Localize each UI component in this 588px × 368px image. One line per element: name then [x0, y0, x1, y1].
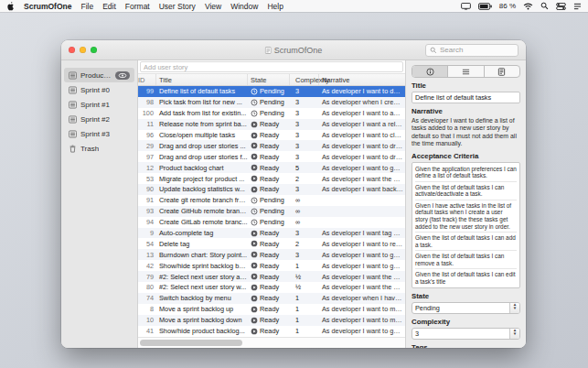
tab-info[interactable]	[412, 66, 448, 77]
cell-complexity: 3	[290, 153, 319, 161]
table-row-93[interactable]: 93Create GitHub remote branc...Pending∞	[138, 206, 405, 217]
cell-state: Ready	[248, 142, 290, 150]
cell-id: 100	[138, 109, 156, 117]
cell-title: Auto-complete tag	[156, 229, 248, 237]
table-row-100[interactable]: 100Add task from list for existin...Pend…	[138, 108, 405, 119]
table-row-53[interactable]: 53Migrate project for product ...Ready2A…	[138, 173, 405, 184]
table-row-9[interactable]: 9Auto-complete tagReady3As developer I w…	[138, 228, 405, 239]
cell-state: Ready	[248, 327, 290, 335]
cell-complexity: ½	[290, 283, 319, 291]
menu-item-format[interactable]: Format	[125, 2, 150, 11]
add-user-story-input[interactable]: Add user story	[140, 61, 403, 72]
title-bar[interactable]: ScrumOfOne Search	[61, 40, 526, 60]
cell-narrative: As developer I want to remove a tag not …	[319, 240, 405, 248]
cell-complexity: 2	[290, 240, 319, 248]
sidebar-item-sprint-3[interactable]: Sprint #3	[64, 126, 134, 141]
cell-narrative: As developer I want the next user story …	[319, 283, 405, 291]
state-pending-icon	[251, 88, 258, 95]
menu-item-window[interactable]: Window	[230, 2, 258, 11]
menu-item-help[interactable]: Help	[267, 2, 283, 11]
tab-criteria[interactable]	[448, 66, 484, 77]
table-row-12[interactable]: 12Product backlog chartReady5As develope…	[138, 162, 405, 173]
table-row-91[interactable]: 91Create git remote branch fro...Pending…	[138, 195, 405, 206]
cell-state: Ready	[248, 251, 290, 259]
state-pending-icon	[251, 197, 258, 204]
sidebar-item-trash[interactable]: Trash	[64, 141, 134, 156]
table-row-8[interactable]: 8Move a sprint backlog upReady1As develo…	[138, 304, 405, 315]
zoom-window-button[interactable]	[91, 47, 97, 53]
acceptance-criteria-item[interactable]: Given the list of default tasks I can re…	[415, 251, 517, 269]
table-row-13[interactable]: 13Burndown chart: Story point...Ready3As…	[138, 249, 405, 260]
table-row-41[interactable]: 41Show/hide product backlog...Ready1As d…	[138, 326, 405, 337]
table-row-11[interactable]: 11Release note from sprint ba...Ready3As…	[138, 119, 405, 130]
cell-title: Create GitHub remote branc...	[156, 207, 248, 215]
menu-app-name[interactable]: ScrumOfOne	[24, 2, 71, 11]
close-window-button[interactable]	[69, 47, 75, 53]
table-row-99[interactable]: 99Define list of default tasksPending3As…	[138, 86, 405, 97]
table-row-79[interactable]: 79#2: Select next user story an...Ready½…	[138, 271, 405, 282]
battery-icon[interactable]	[478, 3, 492, 10]
menu-bar: ScrumOfOne FileEditFormatUser StoryViewW…	[0, 0, 588, 12]
table-row-74[interactable]: 74Switch backlog by menuReady1As develop…	[138, 293, 405, 304]
cell-narrative: As developer I want to drag and drop use…	[319, 153, 405, 161]
cell-state: Ready	[248, 120, 290, 128]
table-row-80[interactable]: 80#2: Select next user story w...Ready½A…	[138, 282, 405, 293]
cell-id: 29	[138, 142, 156, 150]
display-icon[interactable]	[461, 3, 471, 10]
sidebar-item-sprint-1[interactable]: Sprint #1	[64, 97, 134, 112]
cell-id: 97	[138, 153, 156, 161]
column-header-narrative[interactable]: Narrative	[319, 74, 405, 85]
minimize-window-button[interactable]	[80, 47, 86, 53]
menu-item-file[interactable]: File	[80, 2, 93, 11]
table-row-54[interactable]: 54Delete tagReady2As developer I want to…	[138, 238, 405, 249]
cell-state: Ready	[248, 283, 290, 291]
state-ready-icon	[251, 251, 258, 258]
scrollbar-thumb[interactable]	[140, 340, 242, 346]
title-field[interactable]: Define list of default tasks	[412, 92, 520, 103]
search-field[interactable]: Search	[425, 44, 519, 57]
menu-item-view[interactable]: View	[205, 2, 221, 11]
acceptance-criteria-item[interactable]: Given the list of default tasks I can ed…	[415, 269, 517, 287]
eye-badge[interactable]	[115, 71, 130, 80]
table-row-94[interactable]: 94Create GitLab remote branc...Pending∞	[138, 217, 405, 228]
column-header-state[interactable]: State	[248, 74, 290, 85]
table-row-90[interactable]: 90Update backlog statistics w...Ready3As…	[138, 184, 405, 195]
sidebar-item-sprint-0[interactable]: Sprint #0	[64, 82, 134, 97]
spotlight-search-icon[interactable]	[540, 2, 549, 10]
column-header-id[interactable]: ID	[138, 74, 156, 85]
table-row-98[interactable]: 98Pick task from list for new ...Pending…	[138, 97, 405, 108]
menu-item-user-story[interactable]: User Story	[159, 2, 196, 11]
sidebar-item-label: Sprint #1	[80, 101, 110, 109]
horizontal-scrollbar[interactable]	[138, 337, 405, 348]
table-row-29[interactable]: 29Drag and drop user stories ...Ready3As…	[138, 140, 405, 151]
acceptance-criteria-item[interactable]: Given the list of default tasks I can ac…	[415, 182, 517, 200]
wifi-icon[interactable]	[523, 3, 533, 10]
cell-title: Switch backlog by menu	[156, 294, 248, 302]
cell-title: Create git remote branch fro...	[156, 196, 248, 204]
table-row-42[interactable]: 42Show/hide sprint backlog bu...Ready1As…	[138, 260, 405, 271]
tab-notes[interactable]	[485, 66, 519, 77]
cell-complexity: 3	[290, 185, 319, 193]
acceptance-criteria-item[interactable]: Given I have active tasks in the list of…	[415, 200, 517, 233]
acceptance-criteria-item[interactable]: Given the list of default tasks I can ad…	[415, 233, 517, 251]
acceptance-criteria-list: Given the application preferences I can …	[412, 162, 520, 289]
narrative-text[interactable]: As developer I want to define a list of …	[412, 117, 520, 148]
control-center-icon[interactable]	[556, 3, 566, 10]
sidebar-item-sprint-2[interactable]: Sprint #2	[64, 112, 134, 126]
cell-complexity: 1	[290, 316, 319, 324]
sidebar-item-product[interactable]: Product...	[64, 68, 134, 82]
cell-title: Release note from sprint ba...	[156, 120, 248, 128]
table-row-96[interactable]: 96Close/open multiple tasksReady3As deve…	[138, 130, 405, 141]
acceptance-criteria-item[interactable]: Given the application preferences I can …	[415, 164, 517, 182]
state-ready-icon	[251, 121, 258, 128]
column-header-complexity[interactable]: Complexity	[290, 74, 319, 85]
state-popup[interactable]: Pending ▲▼	[412, 302, 520, 314]
notification-center-icon[interactable]	[573, 3, 582, 10]
table-row-97[interactable]: 97Drag and drop user stories f...Ready3A…	[138, 151, 405, 162]
apple-menu-icon[interactable]	[6, 1, 15, 11]
table-row-10[interactable]: 10Move a sprint backlog downReady1As dev…	[138, 315, 405, 326]
app-window: ScrumOfOne Search Product...Sprint #0Spr…	[61, 40, 526, 348]
menu-item-edit[interactable]: Edit	[102, 2, 116, 11]
complexity-popup[interactable]: 3 ▲▼	[412, 328, 520, 340]
column-header-title[interactable]: Title	[156, 74, 248, 85]
